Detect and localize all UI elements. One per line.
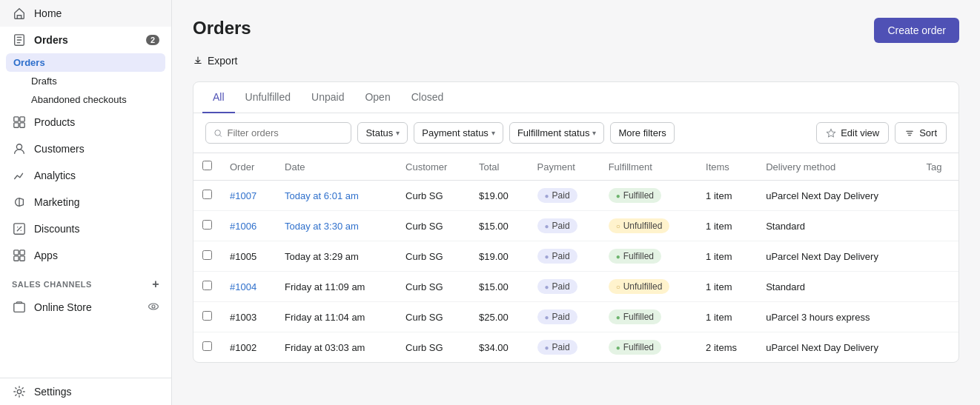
- col-items: Items: [697, 153, 757, 181]
- tab-closed[interactable]: Closed: [401, 82, 454, 113]
- order-total-3: $15.00: [470, 272, 529, 302]
- filter-bar: Status ▾ Payment status ▾ Fulfillment st…: [193, 113, 959, 153]
- svg-point-12: [149, 304, 159, 309]
- sidebar-item-apps[interactable]: Apps: [0, 242, 171, 269]
- col-payment: Payment: [529, 153, 600, 181]
- sidebar-sub-drafts[interactable]: Drafts: [0, 72, 171, 90]
- sidebar-sub-abandoned[interactable]: Abandoned checkouts: [0, 90, 171, 109]
- svg-point-5: [16, 144, 21, 150]
- tab-open[interactable]: Open: [354, 82, 400, 113]
- tab-unpaid[interactable]: Unpaid: [301, 82, 354, 113]
- sidebar-discounts-label: Discounts: [34, 223, 79, 235]
- table-row: #1005Today at 3:29 amCurb SG$19.00PaidFu…: [193, 241, 959, 272]
- payment-status-filter-button[interactable]: Payment status ▾: [414, 122, 503, 144]
- order-date-3: Friday at 11:09 am: [276, 272, 397, 302]
- row-checkbox-5[interactable]: [202, 341, 212, 351]
- order-delivery-5: uParcel Next Day Delivery: [757, 332, 917, 363]
- tab-unfulfilled[interactable]: Unfulfilled: [235, 82, 301, 113]
- tab-all[interactable]: All: [202, 82, 235, 113]
- fulfillment-status-label: Fulfillment status: [517, 127, 590, 138]
- table-row: #1003Friday at 11:04 amCurb SG$25.00Paid…: [193, 302, 959, 332]
- sidebar-sub-orders[interactable]: Orders: [6, 53, 165, 72]
- col-customer: Customer: [397, 153, 470, 181]
- sidebar-item-online-store[interactable]: Online Store: [0, 294, 171, 321]
- sort-button[interactable]: Sort: [895, 122, 947, 144]
- sidebar-analytics-label: Analytics: [34, 170, 76, 181]
- svg-rect-11: [14, 304, 24, 312]
- sidebar-item-discounts[interactable]: Discounts: [0, 215, 171, 242]
- sidebar-item-analytics[interactable]: Analytics: [0, 162, 171, 189]
- sidebar-settings-label: Settings: [34, 386, 72, 398]
- order-items-4: 1 item: [697, 302, 757, 332]
- analytics-icon: [12, 168, 27, 183]
- col-order: Order: [221, 153, 276, 181]
- orders-table: Order Date Customer Total Payment Fulfil…: [193, 153, 959, 362]
- order-tag-4: [918, 302, 959, 332]
- sidebar-item-settings[interactable]: Settings: [0, 378, 171, 405]
- order-delivery-2: uParcel Next Day Delivery: [757, 241, 917, 272]
- create-order-button[interactable]: Create order: [874, 18, 959, 43]
- eye-icon[interactable]: [148, 301, 159, 315]
- search-input[interactable]: [228, 127, 344, 138]
- sidebar-item-products[interactable]: Products: [0, 109, 171, 135]
- customers-icon: [12, 141, 27, 156]
- online-store-label: Online Store: [34, 301, 140, 313]
- svg-rect-3: [14, 123, 19, 127]
- add-channel-icon[interactable]: +: [152, 278, 159, 291]
- row-checkbox-2[interactable]: [202, 250, 212, 260]
- svg-point-15: [215, 130, 221, 135]
- svg-rect-1: [14, 117, 19, 121]
- sidebar-item-orders[interactable]: Orders 2: [0, 27, 171, 53]
- sidebar-item-customers[interactable]: Customers: [0, 135, 171, 162]
- fulfillment-badge-1: Unfulfilled: [609, 218, 670, 233]
- row-checkbox-1[interactable]: [202, 220, 212, 230]
- table-row: #1006Today at 3:30 amCurb SG$15.00PaidUn…: [193, 211, 959, 241]
- apps-icon: [12, 248, 27, 263]
- sidebar-item-home[interactable]: Home: [0, 0, 171, 27]
- row-checkbox-0[interactable]: [202, 190, 212, 199]
- sidebar: Home Orders 2 Orders Drafts Abandoned ch…: [0, 0, 172, 405]
- order-link-0[interactable]: #1007: [230, 190, 256, 201]
- more-filters-button[interactable]: More filters: [610, 122, 674, 144]
- sidebar-orders-label: Orders: [34, 34, 68, 46]
- order-items-3: 1 item: [697, 272, 757, 302]
- page-title-area: Orders: [193, 18, 251, 39]
- sidebar-customers-label: Customers: [34, 143, 85, 155]
- order-date-5: Friday at 03:03 am: [276, 332, 397, 363]
- svg-rect-10: [20, 256, 24, 261]
- order-link-1[interactable]: #1006: [230, 221, 256, 232]
- order-customer-0: Curb SG: [397, 181, 470, 211]
- tabs-container: All Unfulfilled Unpaid Open Closed: [193, 82, 959, 113]
- order-delivery-3: Standard: [757, 272, 917, 302]
- order-customer-3: Curb SG: [397, 272, 470, 302]
- fulfillment-status-filter-button[interactable]: Fulfillment status ▾: [509, 122, 605, 144]
- status-filter-button[interactable]: Status ▾: [357, 122, 408, 144]
- payment-badge-4: Paid: [537, 309, 577, 324]
- export-row: Export: [193, 52, 959, 70]
- marketing-icon: [12, 195, 27, 210]
- export-label: Export: [208, 55, 237, 67]
- order-link-3[interactable]: #1004: [230, 281, 256, 292]
- order-items-0: 1 item: [697, 181, 757, 211]
- export-button[interactable]: Export: [193, 52, 237, 70]
- status-filter-label: Status: [365, 127, 393, 138]
- search-icon: [213, 128, 223, 138]
- home-icon: [12, 6, 27, 21]
- select-all-checkbox[interactable]: [202, 161, 212, 170]
- order-delivery-0: uParcel Next Day Delivery: [757, 181, 917, 211]
- row-checkbox-3[interactable]: [202, 281, 212, 290]
- order-date-0: Today at 6:01 am: [276, 181, 397, 211]
- sidebar-products-label: Products: [34, 116, 75, 128]
- fulfillment-badge-3: Unfulfilled: [609, 279, 670, 294]
- orders-icon: [12, 33, 27, 47]
- row-checkbox-4[interactable]: [202, 311, 212, 321]
- payment-badge-0: Paid: [537, 188, 577, 203]
- edit-view-button[interactable]: Edit view: [816, 122, 889, 144]
- svg-rect-8: [20, 250, 24, 255]
- search-wrap[interactable]: [205, 122, 351, 144]
- products-icon: [12, 115, 27, 130]
- sidebar-item-marketing[interactable]: Marketing: [0, 189, 171, 215]
- payment-chevron-icon: ▾: [491, 129, 495, 137]
- order-tag-3: [918, 272, 959, 302]
- order-items-5: 2 items: [697, 332, 757, 363]
